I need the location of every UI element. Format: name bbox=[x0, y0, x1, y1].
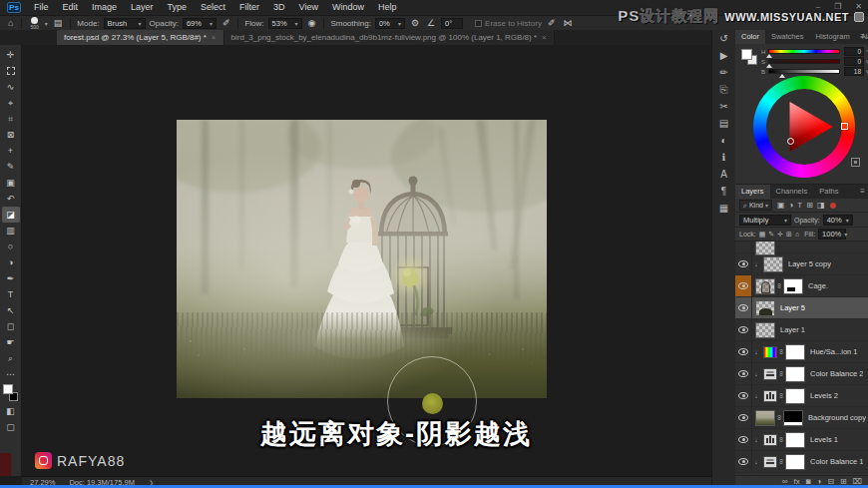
move-tool[interactable]: ✛ bbox=[2, 47, 20, 63]
visibility-cell[interactable] bbox=[735, 429, 752, 450]
layer-name[interactable]: Layer 1 bbox=[780, 325, 805, 334]
gradient-tool[interactable]: ▥ bbox=[2, 223, 20, 239]
tab-close-icon[interactable]: × bbox=[542, 33, 547, 42]
brush-settings-panel-icon[interactable]: ✏ bbox=[719, 68, 727, 78]
actions-panel-icon[interactable]: ▶ bbox=[720, 51, 728, 61]
fill-field[interactable]: 100% ▾ bbox=[818, 229, 846, 240]
filter-icon-4[interactable]: ◨ bbox=[817, 201, 825, 210]
color-swatches-tool[interactable] bbox=[3, 384, 18, 401]
menu-item-select[interactable]: Select bbox=[194, 0, 232, 15]
filter-icon-2[interactable]: T bbox=[797, 201, 802, 210]
layer-mask-thumbnail[interactable] bbox=[785, 388, 805, 404]
flow-field[interactable]: 53% ▾ bbox=[268, 18, 302, 29]
quick-mask-tool[interactable]: ◧ bbox=[2, 403, 20, 419]
layer-name[interactable]: Hue/Sa...ion 1 bbox=[810, 347, 858, 356]
crop-trim-panel-icon[interactable]: ✂ bbox=[719, 102, 727, 112]
history-brush-tool[interactable]: ↶ bbox=[2, 191, 20, 207]
dodge-tool[interactable]: ◑ bbox=[2, 254, 20, 270]
clone-stamp-tool[interactable]: ▣ bbox=[2, 175, 20, 191]
s-value[interactable]: 0 bbox=[844, 57, 864, 66]
libraries-panel-icon[interactable]: ▤ bbox=[719, 119, 728, 129]
layer-name[interactable]: Levels 1 bbox=[810, 435, 838, 444]
clone-source-panel-icon[interactable]: ⎘ bbox=[720, 85, 728, 95]
layer-mask-thumbnail[interactable] bbox=[785, 454, 805, 470]
visibility-cell[interactable] bbox=[735, 341, 752, 362]
b-value[interactable]: 18 bbox=[844, 67, 864, 76]
layer-row[interactable]: ↓∞Hue/Sa...ion 1 bbox=[735, 341, 868, 363]
brush-tool[interactable]: ✎ bbox=[2, 159, 20, 175]
quick-selection-tool[interactable]: ⌖ bbox=[2, 95, 20, 111]
layer-thumbnail[interactable] bbox=[763, 256, 783, 272]
pressure-size-icon[interactable]: ✐ bbox=[546, 18, 558, 28]
layer-mask-thumbnail[interactable] bbox=[785, 366, 805, 382]
lock-icon-4[interactable]: ⌂ bbox=[795, 231, 799, 239]
layers-opacity-field[interactable]: 40% ▾ bbox=[823, 215, 853, 226]
visibility-cell[interactable] bbox=[735, 385, 752, 406]
eye-icon[interactable] bbox=[738, 436, 748, 443]
healing-brush-tool[interactable]: + bbox=[2, 143, 20, 159]
adjustment-icon[interactable] bbox=[763, 368, 777, 380]
foreground-swatch[interactable] bbox=[741, 49, 752, 60]
layer-row[interactable]: Layer 1 bbox=[735, 319, 868, 341]
layer-row[interactable]: ↓∞Color Balance 1 bbox=[735, 451, 868, 473]
foreground-color-swatch[interactable] bbox=[3, 384, 13, 394]
menu-item-filter[interactable]: Filter bbox=[232, 0, 266, 15]
zoom-tool[interactable]: ⌕ bbox=[2, 350, 20, 366]
filter-icon-1[interactable]: ◑ bbox=[789, 201, 794, 210]
menu-item-view[interactable]: View bbox=[292, 0, 325, 15]
home-icon[interactable]: ⌂ bbox=[6, 18, 15, 28]
minimize-button[interactable]: – bbox=[816, 0, 820, 13]
layer-thumbnail[interactable] bbox=[755, 278, 775, 294]
lock-icon-1[interactable]: ✎ bbox=[768, 231, 774, 239]
visibility-cell[interactable] bbox=[735, 451, 752, 472]
tab-paths[interactable]: Paths bbox=[813, 185, 844, 199]
panel-color-swatches[interactable] bbox=[741, 49, 757, 65]
visibility-cell[interactable] bbox=[735, 253, 752, 274]
layer-name[interactable]: Levels 2 bbox=[810, 391, 838, 400]
history-panel-icon[interactable]: ↺ bbox=[719, 34, 727, 44]
color-picker-mode-icon[interactable] bbox=[851, 158, 860, 167]
layer-mask-thumbnail[interactable] bbox=[785, 344, 805, 360]
lock-icon-0[interactable]: ▦ bbox=[759, 231, 766, 239]
info-panel-icon[interactable]: ℹ bbox=[722, 153, 726, 163]
menu-item-help[interactable]: Help bbox=[371, 0, 404, 15]
lasso-tool[interactable]: ∿ bbox=[2, 79, 20, 95]
layer-row[interactable]: ↓∞Color Balance 2 bbox=[735, 363, 868, 385]
brush-preset-caret-icon[interactable]: ▾ bbox=[45, 20, 48, 27]
path-selection-tool[interactable]: ↖ bbox=[2, 302, 20, 318]
layer-thumbnail[interactable] bbox=[755, 300, 775, 316]
crop-tool[interactable]: ⌗ bbox=[2, 111, 20, 127]
layer-name[interactable]: Layer 5 bbox=[780, 303, 805, 312]
visibility-cell[interactable] bbox=[735, 319, 752, 340]
blur-tool[interactable]: ○ bbox=[2, 239, 20, 254]
eye-icon[interactable] bbox=[738, 458, 748, 465]
hand-tool[interactable]: ☛ bbox=[2, 334, 20, 350]
eye-icon[interactable] bbox=[738, 304, 748, 311]
type-tool[interactable]: T bbox=[2, 286, 20, 302]
tab-close-icon[interactable]: × bbox=[212, 33, 217, 42]
eye-icon[interactable] bbox=[738, 282, 748, 289]
adjustment-icon[interactable] bbox=[763, 434, 777, 446]
tab-layers[interactable]: Layers bbox=[735, 185, 770, 199]
adjustment-icon[interactable] bbox=[763, 346, 777, 358]
pressure-opacity-icon[interactable]: ✐ bbox=[220, 18, 232, 28]
erase-to-history-checkbox[interactable] bbox=[475, 20, 482, 27]
panel-menu-icon[interactable]: ≡ bbox=[860, 187, 865, 196]
menu-item-file[interactable]: File bbox=[27, 0, 56, 15]
menu-item-window[interactable]: Window bbox=[325, 0, 371, 15]
hue-ring-marker[interactable] bbox=[841, 123, 848, 130]
h-value[interactable]: 0 bbox=[844, 47, 864, 56]
layer-thumbnail[interactable] bbox=[755, 322, 775, 338]
color-triangle-marker[interactable] bbox=[787, 138, 794, 145]
layer-row[interactable]: ↓∞Levels 2 bbox=[735, 385, 868, 407]
h-slider[interactable] bbox=[768, 49, 840, 54]
layer-row[interactable] bbox=[735, 242, 868, 253]
visibility-cell[interactable] bbox=[735, 297, 752, 318]
eye-icon[interactable] bbox=[738, 260, 748, 267]
layer-row[interactable]: ↓∞Levels 1 bbox=[735, 429, 868, 451]
layer-name[interactable]: Layer 5 copy bbox=[788, 259, 831, 268]
lock-icon-2[interactable]: ✛ bbox=[777, 231, 783, 239]
layer-thumbnail[interactable] bbox=[755, 410, 775, 426]
tab-channels[interactable]: Channels bbox=[770, 185, 814, 199]
eye-icon[interactable] bbox=[738, 326, 748, 333]
